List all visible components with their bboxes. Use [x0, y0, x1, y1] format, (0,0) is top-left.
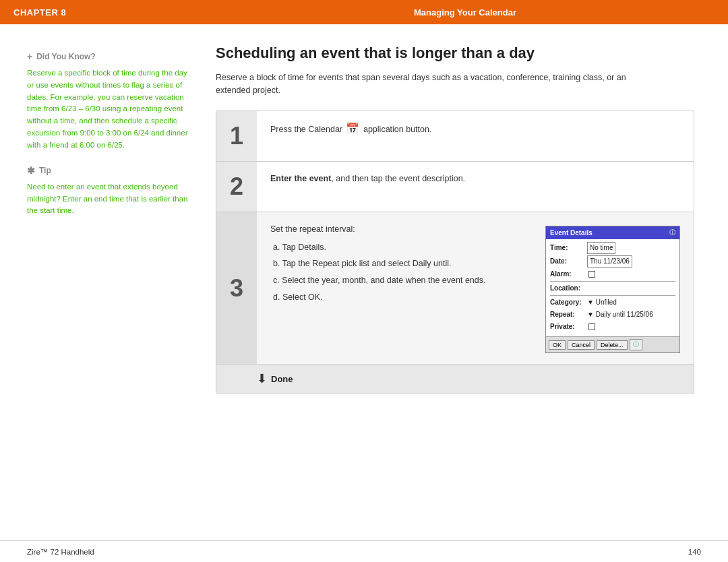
event-private-checkbox [588, 323, 595, 330]
did-you-know-text: Reserve a specific block of time during … [27, 67, 189, 152]
done-arrow-icon: ⬇ [257, 371, 267, 386]
done-label: Done [271, 374, 293, 384]
article-title: Scheduling an event that is longer than … [216, 44, 694, 62]
asterisk-icon: ✱ [27, 165, 35, 176]
plus-icon: + [27, 51, 32, 62]
substep-d: d. Select OK. [270, 291, 535, 304]
step-3-content: Set the repeat interval: a. Tap Details.… [257, 212, 694, 365]
steps-container: 1 Press the Calendar 📅 application butto… [216, 111, 694, 394]
chapter-title: Managing Your Calendar [216, 7, 715, 18]
event-time-row: Time: No time [550, 242, 675, 254]
event-buttons: OK Cancel Delete... ⓘ [546, 336, 679, 353]
event-location-label: Location: [550, 283, 587, 294]
main-content: + Did You Know? Reserve a specific block… [0, 24, 728, 540]
event-alarm-label: Alarm: [550, 269, 587, 280]
step-3-instructions: Set the repeat interval: a. Tap Details.… [270, 223, 535, 354]
event-alarm-row: Alarm: [550, 269, 675, 280]
substep-c-text: Select the year, month, and date when th… [282, 276, 485, 285]
event-time-value: No time [587, 242, 615, 254]
event-repeat-label: Repeat: [550, 309, 587, 320]
article-intro: Reserve a block of time for events that … [216, 71, 634, 97]
substep-d-letter: d. [273, 292, 282, 302]
event-date-label: Date: [550, 256, 587, 267]
step-3: 3 Set the repeat interval: a. Tap Detail… [216, 212, 694, 365]
event-details-widget: Event Details ⓘ Time: No time Date: [545, 226, 680, 354]
event-details-body: Time: No time Date: Thu 11/23/06 Alarm: [546, 239, 679, 336]
footer-product: Zire™ 72 Handheld [27, 548, 94, 556]
step-1-number: 1 [216, 111, 257, 161]
event-private-label: Private: [550, 321, 587, 332]
step-2-bold: Enter the event [270, 174, 331, 183]
event-category-row: Category: ▼ Unfiled [550, 297, 675, 308]
substep-b-text: Tap the Repeat pick list and select Dail… [282, 259, 452, 268]
footer-page-number: 140 [688, 548, 701, 556]
substep-d-text: Select OK. [282, 292, 323, 302]
step-3-layout: Set the repeat interval: a. Tap Details.… [270, 223, 680, 354]
tip-text: Need to enter an event that extends beyo… [27, 181, 189, 217]
step-1-text-before: Press the Calendar [270, 125, 344, 134]
done-section: ⬇ Done [216, 365, 694, 393]
event-details-header: Event Details ⓘ [546, 226, 679, 239]
chapter-label: CHAPTER 8 [13, 7, 216, 18]
substep-c-letter: c. [273, 276, 282, 285]
did-you-know-section: + Did You Know? [27, 51, 189, 62]
step-2-number: 2 [216, 162, 257, 212]
step-3-intro: Set the repeat interval: [270, 223, 535, 236]
event-category-value: ▼ Unfiled [587, 297, 617, 308]
step-2-content: Enter the event, and then tap the event … [257, 162, 694, 212]
substep-b: b. Tap the Repeat pick list and select D… [270, 257, 535, 270]
event-alarm-checkbox [588, 271, 595, 278]
substep-a-text: Tap Details. [282, 243, 326, 252]
event-time-label: Time: [550, 243, 587, 253]
event-location-row: Location: [550, 283, 675, 294]
event-details-title: Event Details [550, 228, 593, 238]
calendar-icon: 📅 [346, 122, 359, 135]
substep-a-letter: a. [273, 243, 282, 252]
event-delete-button[interactable]: Delete... [597, 340, 628, 350]
article: Scheduling an event that is longer than … [202, 24, 728, 540]
step-1-text-after: application button. [363, 125, 431, 134]
event-repeat-row: Repeat: ▼ Daily until 11/25/06 [550, 309, 675, 320]
substep-a: a. Tap Details. [270, 241, 535, 254]
tip-title: Tip [39, 166, 51, 175]
step-2-text: , and then tap the event description. [331, 174, 465, 183]
event-cancel-button[interactable]: Cancel [568, 340, 595, 350]
step-2: 2 Enter the event, and then tap the even… [216, 162, 694, 212]
info-icon: ⓘ [669, 228, 675, 238]
sidebar: + Did You Know? Reserve a specific block… [0, 24, 202, 540]
step-1: 1 Press the Calendar 📅 application butto… [216, 111, 694, 162]
did-you-know-title: Did You Know? [36, 52, 96, 61]
step-3-substeps: a. Tap Details. b. Tap the Repeat pick l… [270, 241, 535, 304]
substep-c: c. Select the year, month, and date when… [270, 274, 535, 287]
substep-b-letter: b. [273, 259, 282, 268]
step-1-content: Press the Calendar 📅 application button. [257, 111, 694, 161]
event-info-button[interactable]: ⓘ [630, 339, 642, 351]
tip-section: ✱ Tip [27, 165, 189, 176]
event-private-row: Private: [550, 321, 675, 332]
page-footer: Zire™ 72 Handheld 140 [0, 540, 728, 562]
event-ok-button[interactable]: OK [549, 340, 566, 350]
event-category-label: Category: [550, 297, 587, 308]
event-date-row: Date: Thu 11/23/06 [550, 255, 675, 268]
event-date-value: Thu 11/23/06 [587, 255, 632, 268]
page-header: CHAPTER 8 Managing Your Calendar [0, 0, 728, 24]
step-3-number: 3 [216, 212, 257, 365]
event-repeat-value: ▼ Daily until 11/25/06 [587, 309, 653, 320]
